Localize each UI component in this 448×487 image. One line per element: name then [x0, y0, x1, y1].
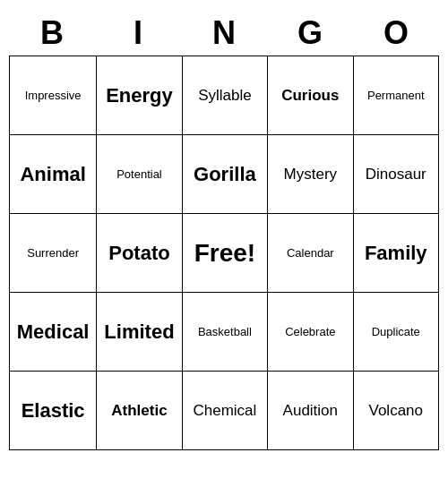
grid-cell-0-1: Energy — [97, 56, 182, 135]
grid-cell-3-4: Duplicate — [353, 293, 438, 372]
grid-cell-1-4: Dinosaur — [353, 135, 438, 214]
grid-cell-0-0: Impressive — [10, 56, 97, 135]
grid-cell-2-1: Potato — [97, 214, 182, 293]
grid-cell-3-0: Medical — [10, 293, 97, 372]
grid-cell-4-3: Audition — [268, 372, 353, 450]
bingo-letter-B: B — [13, 14, 91, 52]
grid-cell-4-4: Volcano — [353, 372, 438, 450]
grid-cell-3-2: Basketball — [182, 293, 267, 372]
grid-cell-4-1: Athletic — [97, 372, 182, 450]
grid-cell-1-0: Animal — [10, 135, 97, 214]
bingo-letter-O: O — [357, 14, 435, 52]
grid-cell-0-3: Curious — [268, 56, 353, 135]
grid-row-3: MedicalLimitedBasketballCelebrateDuplica… — [10, 293, 439, 372]
grid-cell-1-3: Mystery — [268, 135, 353, 214]
grid-cell-1-2: Gorilla — [182, 135, 267, 214]
grid-cell-4-2: Chemical — [182, 372, 267, 450]
grid-cell-2-3: Calendar — [268, 214, 353, 293]
bingo-letter-G: G — [271, 14, 349, 52]
grid-cell-1-1: Potential — [97, 135, 182, 214]
bingo-letter-I: I — [99, 14, 177, 52]
bingo-letter-N: N — [185, 14, 263, 52]
grid-row-0: ImpressiveEnergySyllableCuriousPermanent — [10, 56, 439, 135]
grid-row-2: SurrenderPotatoFree!CalendarFamily — [10, 214, 439, 293]
grid-cell-2-2: Free! — [182, 214, 267, 293]
grid-cell-3-1: Limited — [97, 293, 182, 372]
grid-row-4: ElasticAthleticChemicalAuditionVolcano — [10, 372, 439, 450]
grid-cell-2-4: Family — [353, 214, 438, 293]
grid-cell-2-0: Surrender — [10, 214, 97, 293]
grid-cell-4-0: Elastic — [10, 372, 97, 450]
grid-row-1: AnimalPotentialGorillaMysteryDinosaur — [10, 135, 439, 214]
grid-cell-0-4: Permanent — [353, 56, 438, 135]
grid-cell-0-2: Syllable — [182, 56, 267, 135]
grid-cell-3-3: Celebrate — [268, 293, 353, 372]
bingo-title: BINGO — [9, 9, 439, 56]
bingo-grid: ImpressiveEnergySyllableCuriousPermanent… — [9, 56, 439, 450]
